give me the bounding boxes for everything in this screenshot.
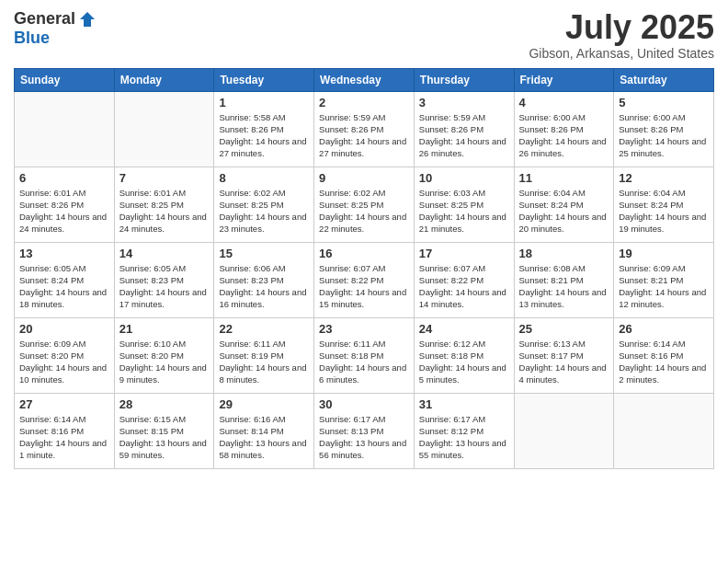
weekday-header: Tuesday	[214, 68, 314, 91]
calendar-day-cell: 29Sunrise: 6:16 AMSunset: 8:14 PMDayligh…	[214, 393, 314, 468]
day-number: 19	[619, 247, 709, 260]
day-info: Sunrise: 6:04 AMSunset: 8:24 PMDaylight:…	[619, 187, 709, 236]
day-info: Sunrise: 5:59 AMSunset: 8:26 PMDaylight:…	[319, 111, 409, 160]
weekday-header: Thursday	[414, 68, 514, 91]
weekday-header: Sunday	[15, 68, 115, 91]
calendar-day-cell: 1Sunrise: 5:58 AMSunset: 8:26 PMDaylight…	[214, 91, 314, 167]
day-number: 16	[319, 247, 409, 260]
calendar-day-cell: 4Sunrise: 6:00 AMSunset: 8:26 PMDaylight…	[514, 91, 614, 167]
day-info: Sunrise: 5:58 AMSunset: 8:26 PMDaylight:…	[219, 111, 309, 160]
title-block: July 2025 Gibson, Arkansas, United State…	[529, 9, 714, 61]
day-number: 2	[319, 96, 409, 109]
calendar-week-row: 13Sunrise: 6:05 AMSunset: 8:24 PMDayligh…	[15, 242, 714, 317]
day-info: Sunrise: 6:14 AMSunset: 8:16 PMDaylight:…	[19, 413, 109, 462]
day-info: Sunrise: 5:59 AMSunset: 8:26 PMDaylight:…	[419, 111, 509, 160]
weekday-header: Monday	[114, 68, 214, 91]
logo-blue-text: Blue	[14, 29, 50, 48]
day-info: Sunrise: 6:03 AMSunset: 8:25 PMDaylight:…	[419, 187, 509, 236]
calendar-week-row: 6Sunrise: 6:01 AMSunset: 8:26 PMDaylight…	[15, 167, 714, 242]
day-number: 30	[319, 397, 409, 411]
day-number: 3	[419, 96, 509, 109]
calendar-day-cell: 14Sunrise: 6:05 AMSunset: 8:23 PMDayligh…	[114, 242, 214, 317]
calendar-day-cell: 15Sunrise: 6:06 AMSunset: 8:23 PMDayligh…	[214, 242, 314, 317]
day-number: 14	[119, 247, 210, 260]
weekday-header: Wednesday	[314, 68, 415, 91]
calendar-day-cell: 23Sunrise: 6:11 AMSunset: 8:18 PMDayligh…	[314, 317, 415, 393]
day-number: 25	[519, 322, 609, 336]
calendar-day-cell	[114, 91, 214, 167]
page: General Blue July 2025 Gibson, Arkansas,…	[0, 0, 728, 563]
calendar-day-cell: 12Sunrise: 6:04 AMSunset: 8:24 PMDayligh…	[614, 167, 714, 242]
day-number: 13	[19, 247, 109, 260]
calendar-day-cell: 30Sunrise: 6:17 AMSunset: 8:13 PMDayligh…	[314, 393, 415, 468]
location: Gibson, Arkansas, United States	[529, 46, 714, 61]
day-number: 7	[119, 171, 210, 185]
calendar-day-cell: 3Sunrise: 5:59 AMSunset: 8:26 PMDaylight…	[414, 91, 514, 167]
calendar-day-cell: 19Sunrise: 6:09 AMSunset: 8:21 PMDayligh…	[614, 242, 714, 317]
calendar-table: SundayMondayTuesdayWednesdayThursdayFrid…	[14, 68, 714, 469]
calendar-week-row: 27Sunrise: 6:14 AMSunset: 8:16 PMDayligh…	[15, 393, 714, 468]
calendar-day-cell: 8Sunrise: 6:02 AMSunset: 8:25 PMDaylight…	[214, 167, 314, 242]
day-number: 27	[19, 397, 109, 411]
day-number: 21	[119, 322, 210, 336]
day-info: Sunrise: 6:15 AMSunset: 8:15 PMDaylight:…	[119, 413, 210, 462]
day-info: Sunrise: 6:00 AMSunset: 8:26 PMDaylight:…	[619, 111, 709, 160]
day-info: Sunrise: 6:08 AMSunset: 8:21 PMDaylight:…	[519, 262, 609, 311]
calendar-day-cell: 27Sunrise: 6:14 AMSunset: 8:16 PMDayligh…	[15, 393, 115, 468]
day-number: 23	[319, 322, 409, 336]
day-info: Sunrise: 6:17 AMSunset: 8:12 PMDaylight:…	[419, 413, 509, 462]
day-number: 9	[319, 171, 409, 185]
calendar-day-cell: 9Sunrise: 6:02 AMSunset: 8:25 PMDaylight…	[314, 167, 415, 242]
day-info: Sunrise: 6:14 AMSunset: 8:16 PMDaylight:…	[619, 338, 709, 386]
logo-icon	[78, 10, 97, 29]
calendar-day-cell: 5Sunrise: 6:00 AMSunset: 8:26 PMDaylight…	[614, 91, 714, 167]
day-info: Sunrise: 6:01 AMSunset: 8:26 PMDaylight:…	[19, 187, 109, 236]
calendar-day-cell: 7Sunrise: 6:01 AMSunset: 8:25 PMDaylight…	[114, 167, 214, 242]
day-info: Sunrise: 6:11 AMSunset: 8:19 PMDaylight:…	[219, 338, 309, 386]
day-info: Sunrise: 6:13 AMSunset: 8:17 PMDaylight:…	[519, 338, 609, 386]
day-number: 12	[619, 171, 709, 185]
day-number: 20	[19, 322, 109, 336]
calendar-day-cell: 31Sunrise: 6:17 AMSunset: 8:12 PMDayligh…	[414, 393, 514, 468]
calendar-day-cell	[614, 393, 714, 468]
day-number: 11	[519, 171, 609, 185]
day-number: 22	[219, 322, 309, 336]
day-number: 4	[519, 96, 609, 109]
calendar-week-row: 1Sunrise: 5:58 AMSunset: 8:26 PMDaylight…	[15, 91, 714, 167]
day-number: 5	[619, 96, 709, 109]
day-number: 1	[219, 96, 309, 109]
weekday-header-row: SundayMondayTuesdayWednesdayThursdayFrid…	[15, 68, 714, 91]
day-info: Sunrise: 6:12 AMSunset: 8:18 PMDaylight:…	[419, 338, 509, 386]
day-number: 31	[419, 397, 509, 411]
header: General Blue July 2025 Gibson, Arkansas,…	[14, 9, 714, 61]
day-number: 24	[419, 322, 509, 336]
calendar-week-row: 20Sunrise: 6:09 AMSunset: 8:20 PMDayligh…	[15, 317, 714, 393]
day-info: Sunrise: 6:16 AMSunset: 8:14 PMDaylight:…	[219, 413, 309, 462]
calendar-day-cell: 24Sunrise: 6:12 AMSunset: 8:18 PMDayligh…	[414, 317, 514, 393]
calendar-day-cell: 22Sunrise: 6:11 AMSunset: 8:19 PMDayligh…	[214, 317, 314, 393]
calendar-day-cell: 17Sunrise: 6:07 AMSunset: 8:22 PMDayligh…	[414, 242, 514, 317]
weekday-header: Saturday	[614, 68, 714, 91]
calendar-day-cell: 6Sunrise: 6:01 AMSunset: 8:26 PMDaylight…	[15, 167, 115, 242]
calendar-day-cell: 10Sunrise: 6:03 AMSunset: 8:25 PMDayligh…	[414, 167, 514, 242]
day-info: Sunrise: 6:06 AMSunset: 8:23 PMDaylight:…	[219, 262, 309, 311]
day-number: 18	[519, 247, 609, 260]
month-title: July 2025	[529, 9, 714, 46]
day-info: Sunrise: 6:09 AMSunset: 8:21 PMDaylight:…	[619, 262, 709, 311]
day-info: Sunrise: 6:02 AMSunset: 8:25 PMDaylight:…	[219, 187, 309, 236]
calendar-day-cell: 16Sunrise: 6:07 AMSunset: 8:22 PMDayligh…	[314, 242, 415, 317]
day-info: Sunrise: 6:11 AMSunset: 8:18 PMDaylight:…	[319, 338, 409, 386]
day-number: 26	[619, 322, 709, 336]
day-number: 8	[219, 171, 309, 185]
day-number: 17	[419, 247, 509, 260]
calendar-day-cell: 25Sunrise: 6:13 AMSunset: 8:17 PMDayligh…	[514, 317, 614, 393]
day-info: Sunrise: 6:17 AMSunset: 8:13 PMDaylight:…	[319, 413, 409, 462]
day-number: 29	[219, 397, 309, 411]
calendar-day-cell: 28Sunrise: 6:15 AMSunset: 8:15 PMDayligh…	[114, 393, 214, 468]
calendar-day-cell: 13Sunrise: 6:05 AMSunset: 8:24 PMDayligh…	[15, 242, 115, 317]
day-number: 15	[219, 247, 309, 260]
day-info: Sunrise: 6:05 AMSunset: 8:24 PMDaylight:…	[19, 262, 109, 311]
calendar-day-cell	[514, 393, 614, 468]
day-info: Sunrise: 6:10 AMSunset: 8:20 PMDaylight:…	[119, 338, 210, 386]
logo-general-text: General	[14, 9, 75, 29]
